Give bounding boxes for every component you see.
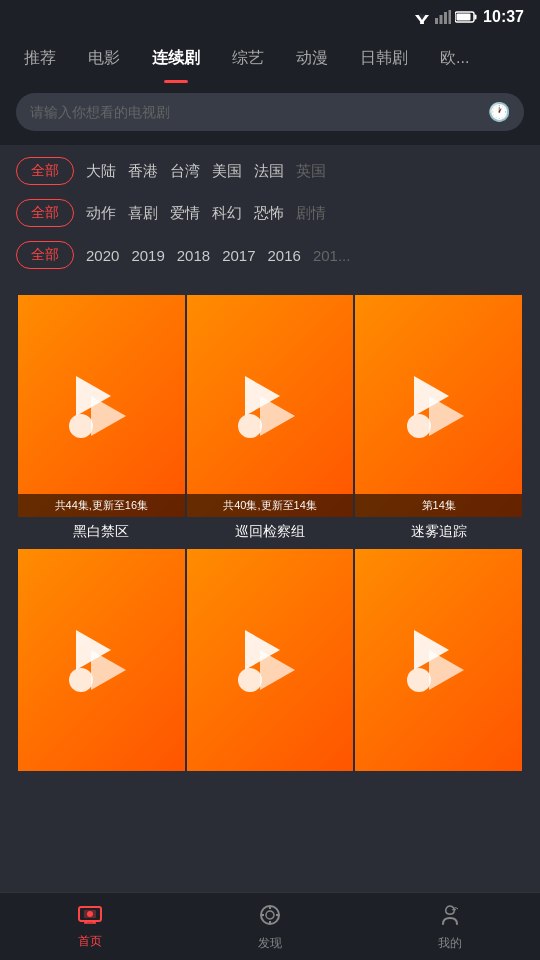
- filter-all-year[interactable]: 全部: [16, 241, 74, 269]
- card-3-thumb: 第14集: [355, 295, 522, 517]
- card-4-thumb: [18, 549, 185, 771]
- nav-item-anime[interactable]: 动漫: [280, 34, 344, 83]
- filter-2019[interactable]: 2019: [131, 247, 164, 264]
- home-svg: [77, 903, 103, 925]
- svg-rect-3: [435, 18, 438, 24]
- filter-2016[interactable]: 2016: [268, 247, 301, 264]
- bottom-nav-profile[interactable]: 我的: [360, 893, 540, 960]
- card-1-title: 黑白禁区: [18, 517, 185, 547]
- card-6[interactable]: [355, 549, 522, 783]
- card-6-thumb: [355, 549, 522, 771]
- card-4[interactable]: [18, 549, 185, 783]
- filter-section: 全部 大陆 香港 台湾 美国 法国 英国 全部 动作 喜剧 爱情 科幻 恐怖 剧…: [0, 145, 540, 853]
- bottom-nav-home-label: 首页: [78, 933, 102, 950]
- filter-2018[interactable]: 2018: [177, 247, 210, 264]
- filter-comedy[interactable]: 喜剧: [128, 204, 158, 223]
- card-5[interactable]: [187, 549, 354, 783]
- search-input[interactable]: [30, 104, 480, 120]
- filter-scifi[interactable]: 科幻: [212, 204, 242, 223]
- card-5-thumb: [187, 549, 354, 771]
- content-grid: 共44集,更新至16集 黑白禁区 共40集,更新至14集 巡回检察组: [16, 283, 524, 783]
- card-2-title: 巡回检察组: [187, 517, 354, 547]
- search-bar: 🕐: [0, 83, 540, 145]
- svg-rect-9: [457, 14, 471, 21]
- svg-point-13: [69, 668, 93, 692]
- svg-rect-5: [444, 12, 447, 24]
- profile-icon: [438, 903, 462, 931]
- search-container[interactable]: 🕐: [16, 93, 524, 131]
- filter-row-region: 全部 大陆 香港 台湾 美国 法国 英国: [16, 157, 524, 185]
- filter-action[interactable]: 动作: [86, 204, 116, 223]
- card-1-thumb: 共44集,更新至16集: [18, 295, 185, 517]
- svg-rect-8: [475, 15, 477, 20]
- card-5-title: [187, 771, 354, 783]
- bottom-nav: 首页 发现 我的: [0, 892, 540, 960]
- nav-item-recommend[interactable]: 推荐: [8, 34, 72, 83]
- play-logo-1: [61, 366, 141, 446]
- clock-time: 10:37: [483, 8, 524, 26]
- svg-rect-6: [449, 10, 452, 24]
- svg-point-11: [238, 414, 262, 438]
- signal-icon: [435, 10, 451, 24]
- nav-item-movie[interactable]: 电影: [72, 34, 136, 83]
- card-2-badge: 共40集,更新至14集: [187, 494, 354, 517]
- svg-point-10: [69, 414, 93, 438]
- filter-2017[interactable]: 2017: [222, 247, 255, 264]
- filter-drama[interactable]: 剧情: [296, 204, 326, 223]
- filter-older[interactable]: 201...: [313, 247, 351, 264]
- card-3-badge: 第14集: [355, 494, 522, 517]
- card-1[interactable]: 共44集,更新至16集 黑白禁区: [18, 295, 185, 547]
- bottom-nav-profile-label: 我的: [438, 935, 462, 952]
- battery-icon: [455, 11, 477, 23]
- discover-svg: [258, 903, 282, 927]
- status-icons: [413, 10, 477, 24]
- play-logo-6: [399, 620, 479, 700]
- filter-romance[interactable]: 爱情: [170, 204, 200, 223]
- play-logo-2: [230, 366, 310, 446]
- play-logo-3: [399, 366, 479, 446]
- discover-icon: [258, 903, 282, 931]
- filter-row-year: 全部 2020 2019 2018 2017 2016 201...: [16, 241, 524, 269]
- filter-uk[interactable]: 英国: [296, 162, 326, 181]
- card-3[interactable]: 第14集 迷雾追踪: [355, 295, 522, 547]
- play-logo-5: [230, 620, 310, 700]
- home-icon: [77, 903, 103, 929]
- svg-point-12: [407, 414, 431, 438]
- filter-france[interactable]: 法国: [254, 162, 284, 181]
- filter-all-region[interactable]: 全部: [16, 157, 74, 185]
- card-4-title: [18, 771, 185, 783]
- filter-all-genre[interactable]: 全部: [16, 199, 74, 227]
- nav-item-variety[interactable]: 综艺: [216, 34, 280, 83]
- svg-rect-4: [440, 15, 443, 24]
- history-icon[interactable]: 🕐: [488, 101, 510, 123]
- play-logo-4: [61, 620, 141, 700]
- filter-usa[interactable]: 美国: [212, 162, 242, 181]
- filter-2020[interactable]: 2020: [86, 247, 119, 264]
- wifi-icon: [413, 10, 431, 24]
- bottom-nav-discover[interactable]: 发现: [180, 893, 360, 960]
- card-1-badge: 共44集,更新至16集: [18, 494, 185, 517]
- profile-svg: [438, 903, 462, 927]
- filter-row-genre: 全部 动作 喜剧 爱情 科幻 恐怖 剧情: [16, 199, 524, 227]
- card-2[interactable]: 共40集,更新至14集 巡回检察组: [187, 295, 354, 547]
- bottom-nav-discover-label: 发现: [258, 935, 282, 952]
- card-3-title: 迷雾追踪: [355, 517, 522, 547]
- nav-item-eu[interactable]: 欧...: [424, 34, 485, 83]
- nav-item-series[interactable]: 连续剧: [136, 34, 216, 83]
- svg-point-18: [87, 911, 93, 917]
- filter-hongkong[interactable]: 香港: [128, 162, 158, 181]
- svg-point-23: [266, 911, 274, 919]
- top-nav: 推荐 电影 连续剧 综艺 动漫 日韩剧 欧...: [0, 34, 540, 83]
- card-6-title: [355, 771, 522, 783]
- svg-point-14: [238, 668, 262, 692]
- status-bar: 10:37: [0, 0, 540, 34]
- card-2-thumb: 共40集,更新至14集: [187, 295, 354, 517]
- filter-taiwan[interactable]: 台湾: [170, 162, 200, 181]
- bottom-nav-home[interactable]: 首页: [0, 893, 180, 960]
- filter-horror[interactable]: 恐怖: [254, 204, 284, 223]
- filter-mainland[interactable]: 大陆: [86, 162, 116, 181]
- svg-point-15: [407, 668, 431, 692]
- nav-item-jkdrama[interactable]: 日韩剧: [344, 34, 424, 83]
